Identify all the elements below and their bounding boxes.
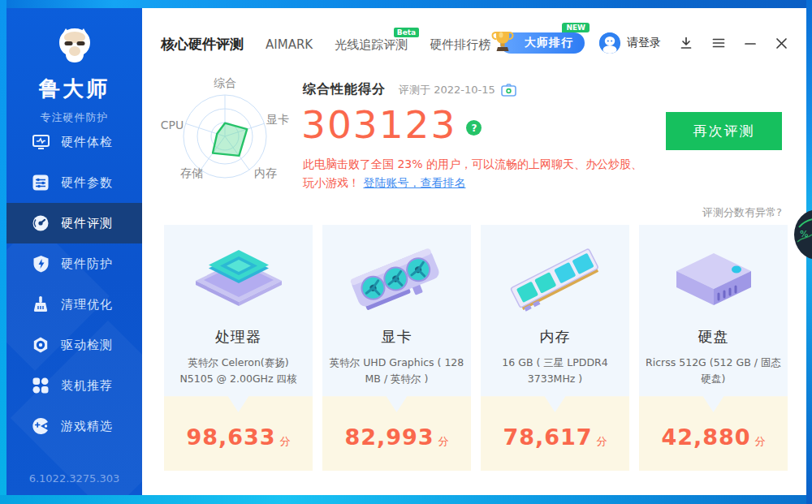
main-content: 核心硬件评测 AIMARK 光线追踪评测Beta 硬件排行榜 [142, 8, 806, 495]
download-icon[interactable] [679, 36, 693, 50]
sliders-icon [31, 173, 50, 192]
floating-performance-ball[interactable]: % [794, 209, 812, 260]
sidebar-item-hardware-protect[interactable]: 硬件防护 [6, 243, 142, 284]
sidebar-item-game-picks[interactable]: 游戏精选 [6, 406, 142, 446]
ram-card-top: 内存 16 GB ( 三星 LPDDR4 3733MHz ) [481, 225, 629, 412]
monitor-pulse-icon [31, 132, 50, 152]
gpu-card-top: 显卡 英特尔 UHD Graphics ( 128 MB / 英特尔 ) [322, 225, 471, 412]
four-petals-icon [31, 376, 50, 395]
top-bar: 核心硬件评测 AIMARK 光线追踪评测Beta 硬件排行榜 [142, 8, 806, 58]
cpu-score: 98,633 [186, 424, 275, 450]
sidebar-item-hardware-params[interactable]: 硬件参数 [6, 162, 142, 203]
avatar[interactable] [599, 32, 620, 54]
cpu-card-subtitle: 英特尔 Celeron(赛扬) N5105 @ 2.00GHz 四核 [164, 355, 313, 387]
broom-icon [31, 295, 50, 314]
beta-badge: Beta [394, 28, 419, 37]
score-description-line2: 玩小游戏！ [303, 176, 360, 189]
sidebar-item-label: 硬件防护 [61, 256, 113, 272]
close-button[interactable] [775, 36, 788, 50]
cpu-card-top: 处理器 英特尔 Celeron(赛扬) N5105 @ 2.00GHz 四核 [164, 225, 313, 412]
login-link[interactable]: 请登录 [627, 36, 661, 50]
disk-card-title: 硬盘 [698, 327, 729, 347]
radar-label-cpu: CPU [161, 118, 184, 131]
sidebar-item-label: 清理优化 [61, 297, 113, 312]
menu-icon[interactable] [711, 36, 726, 50]
score-header: 综合性能得分 评测于 2022-10-15 [303, 81, 516, 98]
window-frame-bottom [0, 495, 812, 504]
ram-illustration [503, 238, 607, 321]
cpu-card: 处理器 英特尔 Celeron(赛扬) N5105 @ 2.00GHz 四核 9… [164, 225, 313, 471]
sidebar-item-hardware-check[interactable]: 硬件体检 [6, 122, 142, 162]
disk-score-row: 42,880 分 [639, 424, 788, 450]
disk-score-unit: 分 [755, 434, 766, 449]
app-version: 6.1022.3275.303 [6, 472, 142, 485]
gpu-illustration [345, 238, 449, 321]
gauge-icon [31, 213, 50, 233]
total-score-row: 303123 ? [301, 102, 482, 147]
gpu-card-title: 显卡 [382, 327, 412, 347]
disk-card-subtitle: Ricrss 512G (512 GB / 固态硬盘) [639, 355, 788, 387]
camera-screenshot-icon[interactable] [501, 84, 516, 97]
sidebar-item-cleanup[interactable]: 清理优化 [6, 284, 142, 325]
login-rank-link[interactable]: 登陆账号，查看排名 [363, 176, 465, 189]
sidebar-item-hardware-benchmark[interactable]: 硬件评测 [6, 203, 142, 243]
sidebar-item-label: 硬件评测 [61, 216, 113, 231]
hardware-cards: 处理器 英特尔 Celeron(赛扬) N5105 @ 2.00GHz 四核 9… [164, 225, 788, 471]
new-badge: NEW [562, 23, 590, 32]
sidebar-item-label: 装机推荐 [61, 378, 113, 394]
window-frame-top [0, 0, 812, 8]
ssd-illustration [665, 238, 762, 321]
logo-block: 鲁大师 专注硬件防护 [6, 8, 142, 125]
tab-core-hardware-benchmark[interactable]: 核心硬件评测 [161, 35, 244, 54]
score-description-line1: 此电脑击败了全国 23% 的用户，可以流畅的上网聊天、办公炒股、 [303, 155, 676, 174]
cpu-illustration [189, 238, 288, 321]
score-title: 综合性能得分 [303, 81, 386, 98]
score-description: 此电脑击败了全国 23% 的用户，可以流畅的上网聊天、办公炒股、 玩小游戏！ 登… [303, 155, 676, 192]
score-anomaly-link[interactable]: 评测分数有异常? [702, 205, 782, 220]
top-right-cluster: 大师排行 NEW 请登录 [500, 32, 788, 54]
tested-on-label: 评测于 2022-10-15 [399, 83, 495, 97]
ram-card-subtitle: 16 GB ( 三星 LPDDR4 3733MHz ) [481, 355, 629, 387]
ram-card-title: 内存 [540, 327, 571, 347]
window-frame-left [0, 0, 6, 504]
score-help-icon[interactable]: ? [466, 120, 482, 136]
performance-radar-chart: 综合 显卡 内存 存储 CPU [154, 73, 296, 195]
sidebar-item-label: 游戏精选 [61, 419, 113, 434]
gpu-card-subtitle: 英特尔 UHD Graphics ( 128 MB / 英特尔 ) [322, 355, 471, 387]
sidebar-nav: 硬件体检 硬件参数 硬件评测 硬件防护 [6, 122, 142, 446]
tab-hardware-ranking[interactable]: 硬件排行榜 [430, 37, 490, 53]
ram-score: 78,617 [503, 424, 592, 450]
total-score-value: 303123 [301, 102, 456, 147]
ram-score-row: 78,617 分 [481, 424, 629, 450]
tab-label: 光线追踪评测 [335, 37, 408, 52]
master-ranking-label: 大师排行 [525, 36, 573, 50]
mascot-icon [54, 53, 96, 68]
sidebar-item-driver-check[interactable]: 驱动检测 [6, 325, 142, 365]
master-ranking-pill[interactable]: 大师排行 NEW [500, 32, 585, 54]
nut-icon [31, 335, 50, 355]
tab-aimark[interactable]: AIMARK [266, 37, 313, 52]
sidebar-item-build-recommend[interactable]: 装机推荐 [6, 365, 142, 406]
ram-card: 内存 16 GB ( 三星 LPDDR4 3733MHz ) 78,617 分 [481, 225, 629, 471]
retest-button[interactable]: 再次评测 [666, 112, 782, 150]
minimize-button[interactable] [744, 36, 757, 50]
disk-card: 硬盘 Ricrss 512G (512 GB / 固态硬盘) 42,880 分 [639, 225, 788, 471]
tab-raytracing-benchmark[interactable]: 光线追踪评测Beta [335, 37, 408, 53]
cpu-score-row: 98,633 分 [164, 424, 313, 450]
nav-tabs: 核心硬件评测 AIMARK 光线追踪评测Beta 硬件排行榜 [161, 35, 512, 54]
sidebar-item-label: 驱动检测 [61, 338, 113, 353]
gpu-score-unit: 分 [438, 434, 449, 449]
app-title: 鲁大师 [6, 75, 142, 103]
radar-label-storage: 存储 [180, 166, 203, 181]
cpu-score-unit: 分 [280, 434, 291, 449]
cpu-card-title: 处理器 [215, 327, 261, 347]
gpu-score-row: 82,993 分 [322, 424, 471, 450]
shield-bolt-icon [31, 254, 50, 274]
gpu-card: 显卡 英特尔 UHD Graphics ( 128 MB / 英特尔 ) 82,… [322, 225, 471, 471]
radar-label-memory: 内存 [254, 166, 277, 181]
disk-card-top: 硬盘 Ricrss 512G (512 GB / 固态硬盘) [639, 225, 788, 412]
sidebar-item-label: 硬件体检 [61, 135, 113, 150]
disk-score: 42,880 [661, 424, 750, 450]
radar-label-overall: 综合 [214, 76, 236, 91]
gpu-score: 82,993 [344, 424, 434, 450]
